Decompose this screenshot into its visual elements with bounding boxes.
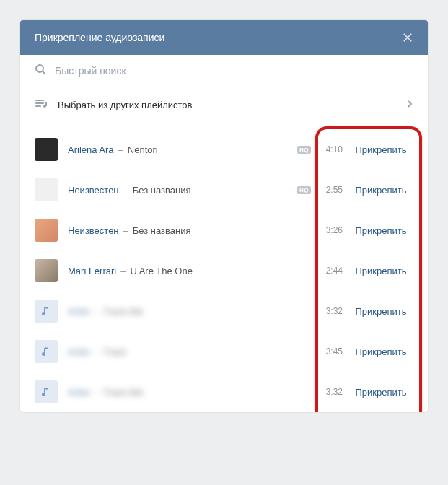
track-duration: 3:45 (317, 346, 343, 357)
attach-button[interactable]: Прикрепить (348, 306, 413, 317)
track-row[interactable]: Artist–Track title3:32Прикрепить (20, 372, 428, 412)
track-info: Неизвестен–Без названия (68, 185, 297, 196)
attach-button[interactable]: Прикрепить (348, 266, 413, 276)
track-info: Неизвестен–Без названия (68, 225, 317, 236)
track-artist[interactable]: Mari Ferrari (68, 266, 116, 276)
attach-button[interactable]: Прикрепить (348, 144, 413, 155)
track-title: Без названия (133, 225, 191, 236)
track-row[interactable]: Неизвестен–Без названия3:26Прикрепить (20, 210, 428, 250)
track-duration: 2:44 (317, 266, 343, 276)
track-row[interactable]: Arilena Ara–NëntoriHQ4:10Прикрепить (20, 129, 428, 170)
search-input[interactable] (55, 65, 413, 77)
track-duration: 2:55 (317, 185, 343, 195)
track-row[interactable]: Artist–Track3:45Прикрепить (20, 331, 428, 372)
playlist-selector-label: Выбрать из других плейлистов (58, 100, 406, 110)
attach-button[interactable]: Прикрепить (348, 346, 413, 357)
separator: – (94, 387, 99, 398)
modal-header: Прикрепление аудиозаписи (20, 20, 428, 55)
separator: – (120, 266, 126, 276)
modal-title: Прикрепление аудиозаписи (35, 32, 164, 43)
attach-button[interactable]: Прикрепить (348, 185, 413, 196)
track-title: Track title (103, 306, 144, 317)
track-info: Arilena Ara–Nëntori (68, 144, 297, 155)
track-info: Mari Ferrari–U Are The One (68, 266, 317, 276)
playlist-icon (35, 97, 48, 113)
track-title: U Are The One (130, 266, 192, 276)
track-thumbnail (35, 259, 58, 282)
track-title: Track title (103, 387, 144, 398)
track-duration: 3:32 (317, 306, 343, 316)
track-artist[interactable]: Arilena Ara (68, 144, 114, 155)
attach-button[interactable]: Прикрепить (348, 387, 413, 398)
search-bar (20, 55, 428, 87)
track-title: Track (103, 346, 126, 357)
track-info: Artist–Track title (68, 306, 317, 317)
search-icon (35, 64, 46, 78)
track-artist[interactable]: Неизвестен (68, 225, 119, 236)
track-artist[interactable]: Artist (68, 387, 89, 398)
track-thumbnail (35, 138, 58, 161)
track-artist[interactable]: Artist (68, 346, 89, 357)
track-list[interactable]: Arilena Ara–NëntoriHQ4:10ПрикрепитьНеизв… (20, 123, 428, 412)
close-button[interactable] (402, 32, 413, 43)
track-row[interactable]: Artist–Track title3:32Прикрепить (20, 291, 428, 331)
playlist-selector[interactable]: Выбрать из других плейлистов (20, 87, 428, 123)
separator: – (123, 185, 128, 196)
track-artist[interactable]: Artist (68, 306, 89, 317)
track-title: Nëntori (128, 144, 158, 155)
track-info: Artist–Track (68, 346, 317, 357)
svg-point-2 (42, 312, 45, 315)
hq-badge: HQ (297, 146, 311, 154)
track-thumbnail (35, 380, 58, 403)
track-duration: 4:10 (317, 144, 343, 154)
track-duration: 3:32 (317, 387, 343, 397)
svg-point-4 (42, 393, 45, 396)
track-duration: 3:26 (317, 225, 343, 235)
attach-audio-modal: Прикрепление аудиозаписи Выбрать из друг… (20, 20, 428, 412)
track-artist[interactable]: Неизвестен (68, 185, 119, 196)
separator: – (94, 306, 99, 317)
track-thumbnail (35, 178, 58, 201)
svg-point-3 (42, 352, 45, 356)
separator: – (94, 346, 99, 357)
separator: – (123, 225, 128, 236)
hq-badge: HQ (297, 186, 311, 194)
track-row[interactable]: Mari Ferrari–U Are The One2:44Прикрепить (20, 250, 428, 291)
track-info: Artist–Track title (68, 387, 317, 398)
track-thumbnail (35, 300, 58, 323)
close-icon (403, 32, 413, 43)
separator: – (118, 144, 123, 155)
track-thumbnail (35, 340, 58, 363)
track-row[interactable]: Неизвестен–Без названияHQ2:55Прикрепить (20, 170, 428, 210)
track-title: Без названия (133, 185, 191, 196)
chevron-right-icon (406, 100, 413, 110)
attach-button[interactable]: Прикрепить (348, 225, 413, 236)
track-thumbnail (35, 219, 58, 242)
svg-point-0 (36, 65, 43, 72)
list-wrapper: Arilena Ara–NëntoriHQ4:10ПрикрепитьНеизв… (20, 123, 428, 412)
